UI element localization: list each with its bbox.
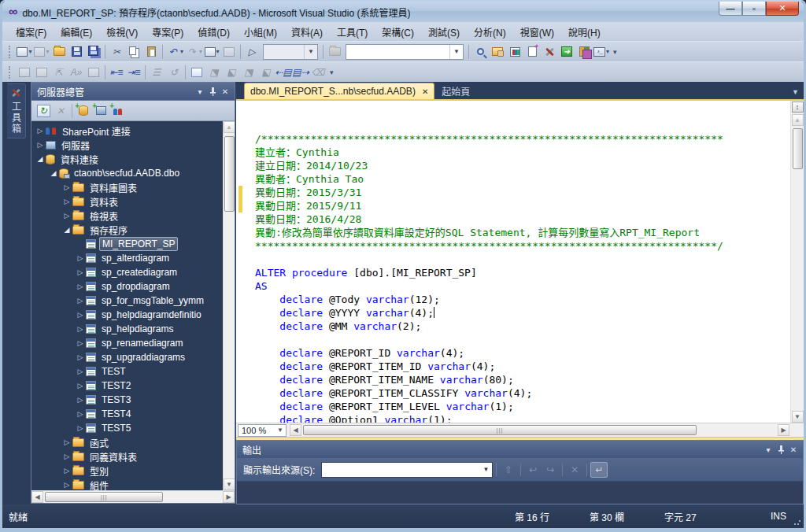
toolbar-grip[interactable] (9, 46, 13, 58)
tree-item[interactable]: ▷型別 (31, 464, 223, 478)
next-bookmark-folder-button[interactable]: ⬕ (257, 64, 275, 81)
tree-item[interactable]: ▷SharePoint 連接 (31, 124, 223, 138)
collapse-icon[interactable]: ◢ (35, 155, 46, 163)
scroll-up-icon[interactable]: ▲ (224, 121, 235, 133)
properties-window-button[interactable] (489, 43, 506, 61)
toggle-bookmark-button[interactable] (188, 64, 205, 81)
tree-item[interactable]: ▷sp_for_msgTable_yymm (31, 294, 223, 308)
expand-icon[interactable]: ▷ (35, 127, 46, 135)
tab-document-active[interactable]: dbo.MI_REPORT_S...nb\secfud.AADB)✕ (244, 83, 434, 99)
navigate-forward-button[interactable] (220, 43, 238, 61)
save-all-button[interactable] (85, 43, 102, 61)
menu-item[interactable]: 偵錯(D) (190, 23, 237, 41)
menu-item[interactable]: 視窗(W) (513, 23, 561, 41)
connect-database-button[interactable]: + (75, 102, 92, 120)
tree-item[interactable]: ▷TEST3 (31, 393, 223, 407)
expand-icon[interactable]: ▷ (75, 396, 86, 404)
toolbar-overflow-icon[interactable]: ▾ (610, 48, 620, 56)
tree-item[interactable]: ▷TEST2 (31, 379, 223, 393)
find-symbol-button[interactable] (326, 43, 343, 61)
connect-sharepoint-button[interactable]: + (109, 102, 127, 120)
tree-item[interactable]: ▷組件 (31, 478, 223, 490)
clear-all-icon[interactable]: ✕ (566, 462, 583, 478)
active-files-dropdown-icon[interactable]: ▼ (792, 88, 799, 96)
expand-icon[interactable]: ▷ (75, 339, 86, 347)
expand-icon[interactable]: ▷ (61, 467, 72, 475)
command-window-button[interactable]: ›_▾ (593, 43, 610, 61)
expand-icon[interactable]: ▷ (61, 481, 72, 489)
menu-item[interactable]: 編輯(E) (54, 23, 99, 41)
expand-icon[interactable]: ▷ (61, 438, 72, 446)
find-combo[interactable]: ▼ (346, 44, 464, 60)
toolbox-tab[interactable]: 工具箱 (7, 83, 26, 139)
tree-item[interactable]: MI_REPORT_SP (31, 237, 223, 251)
redo-button[interactable]: ↷▾ (184, 43, 203, 61)
code-editor[interactable]: /***************************************… (236, 101, 804, 423)
tree-item[interactable]: ▷TEST4 (31, 407, 223, 421)
menu-item[interactable]: 說明(H) (561, 23, 608, 41)
split-window-handle[interactable]: ↕ (792, 102, 804, 113)
tools-button[interactable] (541, 43, 558, 61)
tree-item[interactable]: ▷TEST5 (31, 421, 223, 435)
tree-item[interactable]: ▷sp_renamediagram (31, 336, 223, 350)
scrollbar-thumb[interactable]: ||| (45, 492, 163, 502)
collapse-icon[interactable]: ◢ (61, 226, 72, 234)
tree-item[interactable]: ◢ctaonb\secfud.AADB.dbo (31, 166, 223, 180)
scrollbar-thumb[interactable] (793, 128, 803, 169)
tree-item[interactable]: ▷資料表 (31, 194, 223, 209)
tree-vertical-scrollbar[interactable]: ▲ ▼ (223, 121, 235, 490)
close-icon[interactable]: ✕ (787, 444, 800, 456)
tree-item[interactable]: ▷資料庫圖表 (31, 180, 223, 194)
expand-icon[interactable]: ▷ (75, 368, 86, 375)
refresh-button[interactable]: ↻ (35, 102, 52, 120)
restore-button[interactable]: ▫ (742, 2, 766, 16)
display-outline-button[interactable] (85, 64, 102, 81)
expand-icon[interactable]: ▷ (75, 353, 86, 361)
expand-icon[interactable]: ▷ (75, 424, 86, 432)
object-browser-button[interactable] (506, 43, 523, 61)
new-query-button[interactable] (523, 43, 541, 61)
undo-button[interactable]: ↶▾ (165, 43, 184, 61)
toolbar-grip[interactable] (9, 66, 13, 79)
next-bookmark-button[interactable]: ⬕ (223, 64, 240, 81)
window-position-icon[interactable]: ▾ (194, 86, 206, 98)
expand-icon[interactable]: ▷ (75, 382, 86, 390)
start-debug-button[interactable]: ▷ (243, 43, 261, 61)
toolbar-overflow-icon[interactable]: ▾ (327, 68, 337, 76)
navigate-button[interactable]: ▾ (203, 43, 220, 61)
tree-item[interactable]: ◢預存程序 (31, 223, 223, 237)
next-message-icon[interactable]: ↪ (542, 462, 559, 478)
scroll-up-icon[interactable]: ▲ (792, 114, 804, 126)
word-completion-button[interactable]: A» (68, 64, 85, 81)
tree-item[interactable]: ▷sp_creatediagram (31, 265, 223, 279)
expand-icon[interactable]: ▷ (75, 325, 86, 333)
expand-icon[interactable]: ▷ (75, 283, 86, 290)
menu-item[interactable]: 檔案(F) (9, 23, 54, 41)
expand-icon[interactable]: ▷ (61, 453, 72, 460)
clear-bookmarks-button[interactable]: ⌫ (309, 64, 327, 81)
cut-button[interactable]: ✂ (108, 43, 125, 61)
close-icon[interactable]: ✕ (219, 86, 231, 98)
scroll-down-icon[interactable]: ▼ (224, 478, 235, 490)
auto-hide-pin-icon[interactable] (775, 444, 787, 456)
scrollbar-thumb[interactable] (224, 136, 235, 212)
paste-button[interactable] (142, 43, 160, 61)
expand-icon[interactable]: ▷ (61, 212, 72, 220)
expand-icon[interactable]: ▷ (61, 198, 72, 205)
uncomment-lines-button[interactable]: ↺ (165, 64, 183, 81)
menu-item[interactable]: 資料(A) (284, 23, 330, 41)
tree-item[interactable]: ▷檢視表 (31, 209, 223, 223)
menu-item[interactable]: 檢視(V) (99, 23, 145, 41)
extension-manager-button[interactable]: ➜ (558, 43, 575, 61)
expand-icon[interactable]: ▷ (75, 311, 86, 319)
tree-item[interactable]: ▷sp_helpdiagrams (31, 322, 223, 336)
expand-icon[interactable]: ▷ (75, 297, 86, 305)
tab-start-page[interactable]: 起始頁 (436, 83, 475, 99)
expand-icon[interactable]: ▷ (35, 141, 46, 149)
tree-item[interactable]: ▷函式 (31, 435, 223, 449)
editor-vertical-scrollbar[interactable]: ↕ ▲ ▼ (790, 101, 804, 423)
expand-icon[interactable]: ▷ (75, 254, 86, 262)
scroll-left-icon[interactable]: ◀ (31, 491, 43, 503)
find-message-icon[interactable]: ⇧ (500, 462, 517, 478)
open-file-button[interactable] (50, 43, 68, 61)
